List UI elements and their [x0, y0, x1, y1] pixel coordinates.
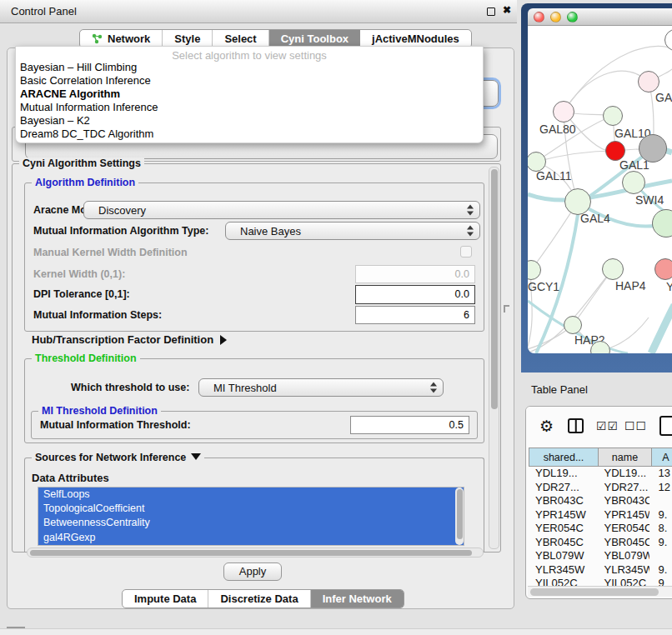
node-y[interactable]	[654, 258, 672, 280]
float-window-icon[interactable]	[487, 8, 495, 16]
spinner-arrows-icon	[430, 382, 437, 393]
node-gal[interactable]	[638, 71, 659, 92]
tab-select[interactable]: Select	[213, 30, 268, 48]
settings-group-title: Cyni Algorithm Settings	[19, 158, 144, 169]
gear-icon[interactable]: ⚙	[539, 417, 554, 436]
node-hap4[interactable]	[602, 258, 624, 280]
close-light-icon[interactable]	[534, 12, 544, 22]
minimize-light-icon[interactable]	[550, 12, 561, 22]
apply-button[interactable]: Apply	[223, 562, 282, 581]
node-label-gal4: GAL4	[580, 212, 610, 225]
node-label-gal: GAL	[655, 91, 672, 104]
column-header-shared[interactable]: shared...	[529, 448, 599, 467]
screen: Control Panel ✖ NetworkStyleSelectCyni T…	[0, 0, 672, 635]
zoom-light-icon[interactable]	[567, 12, 578, 22]
attribute-betweennesscentrality[interactable]: BetweennessCentrality	[38, 516, 464, 530]
spinner-arrows-icon	[467, 205, 474, 216]
table-cell: YER054C	[529, 522, 598, 536]
node-label-gcy1: GCY1	[528, 280, 559, 293]
dropdown-item-dream8-dc-tdc-algorithm[interactable]: Dream8 DC_TDC Algorithm	[16, 128, 483, 141]
tab-network[interactable]: Network	[80, 30, 163, 48]
data-attributes-label: Data Attributes	[32, 472, 109, 484]
table-row[interactable]: YBR043CYBR043C	[529, 494, 672, 508]
sources-group-title[interactable]: Sources for Network Inference	[32, 452, 204, 463]
tab-label: Select	[224, 32, 256, 45]
table-row[interactable]: YDL19...YDL19...13	[529, 467, 672, 481]
dropdown-item-basic-correlation-inference[interactable]: Basic Correlation Inference	[16, 74, 483, 88]
settings-scrollbar[interactable]	[489, 167, 499, 549]
node-swi4[interactable]	[622, 171, 645, 194]
table-rows[interactable]: YDL19...YDL19...13YDR27...YDR27...12YBR0…	[529, 467, 672, 588]
attribute-gal4rgexp[interactable]: gal4RGexp	[38, 531, 464, 545]
manual-kernel-checkbox[interactable]	[460, 246, 472, 258]
table-cell: YPR145W	[529, 508, 598, 522]
table-hscrollbar[interactable]	[528, 586, 672, 597]
tab-cyni-toolbox[interactable]: Cyni Toolbox	[269, 30, 360, 48]
collapsed-arrow-icon	[220, 335, 227, 345]
column-header-a[interactable]: A	[652, 448, 672, 467]
table-cell: YDR27...	[598, 481, 650, 495]
select-all-checkboxes-icon[interactable]: ☑☑	[596, 419, 619, 432]
tab-impute-data[interactable]: Impute Data	[123, 590, 208, 608]
node-gal80[interactable]	[553, 101, 574, 122]
table-cell: YBR043C	[598, 494, 650, 508]
attributes-hscrollbar-thumb[interactable]	[30, 550, 472, 556]
control-panel-titlebar: Control Panel ✖	[0, 0, 517, 23]
attributes-hscrollbar[interactable]	[27, 548, 484, 558]
table-row[interactable]: YBL079WYBL079W	[529, 549, 672, 563]
aracne-mode-value: Discovery	[98, 204, 146, 217]
mi-threshold-field[interactable]: 0.5	[350, 416, 469, 434]
splitter-handle[interactable]	[504, 305, 509, 312]
node-label-swi4: SWI4	[635, 193, 664, 207]
tab-style[interactable]: Style	[163, 30, 213, 48]
tab-discretize-data[interactable]: Discretize Data	[208, 590, 310, 608]
dropdown-item-aracne-algorithm[interactable]: ARACNE Algorithm	[16, 88, 483, 101]
dropdown-item-bayesian-k2[interactable]: Bayesian – K2	[16, 114, 483, 128]
table-row[interactable]: YDR27...YDR27...12	[529, 481, 672, 495]
table-row[interactable]: YLR345WYLR345W9.	[529, 563, 672, 578]
sources-title-text: Sources for Network Inference	[35, 452, 186, 463]
attribute-selfloops[interactable]: SelfLoops	[38, 488, 464, 502]
table-row[interactable]: YBR045CYBR045C9.	[529, 536, 672, 550]
node-label-y: Y	[666, 280, 672, 293]
network-window-titlebar[interactable]	[528, 8, 672, 26]
tab-label: Style	[174, 32, 200, 45]
data-attributes-list[interactable]: SelfLoopsTopologicalCoefficientBetweenne…	[38, 487, 464, 546]
network-canvas[interactable]: GALGAL80GAL10GAL1GAL11SWI4GAL4GCY1HAP4YH…	[528, 26, 672, 353]
tab-jactivemnodules[interactable]: jActiveMNodules	[360, 30, 471, 48]
dropdown-item-bayesian-hill-climbing[interactable]: Bayesian – Hill Climbing	[16, 61, 483, 74]
table-cell: YBR045C	[598, 536, 650, 550]
columns-icon[interactable]	[568, 418, 584, 433]
threshold-definition-title: Threshold Definition	[32, 352, 140, 364]
deselect-all-checkboxes-icon[interactable]: ☐☐	[624, 419, 647, 432]
table-panel-title: Table Panel	[531, 383, 588, 396]
table-hscrollbar-thumb[interactable]	[530, 588, 659, 596]
table-cell: YDR27...	[529, 481, 598, 495]
table-row[interactable]: YER054CYER054C8.	[529, 522, 672, 536]
dpi-tolerance-field[interactable]: 0.0	[355, 285, 475, 304]
table-row[interactable]: YPR145WYPR145W9.	[529, 508, 672, 522]
node-hap2[interactable]	[564, 316, 582, 334]
settings-scrollbar-thumb[interactable]	[491, 169, 498, 409]
node-gal10[interactable]	[603, 106, 623, 126]
hub-definition-toggle[interactable]: Hub/Transcription Factor Definition	[32, 333, 227, 346]
attribute-topologicalcoefficient[interactable]: TopologicalCoefficient	[38, 502, 464, 516]
network-icon	[92, 33, 103, 44]
mi-type-combobox[interactable]: Naive Bayes	[225, 222, 480, 240]
tab-infer-network[interactable]: Infer Network	[311, 590, 404, 608]
mi-threshold-label: Mutual Information Threshold:	[40, 419, 191, 431]
table-mode-icon[interactable]	[659, 416, 672, 436]
mi-steps-field[interactable]: 6	[355, 306, 475, 324]
aracne-mode-combobox[interactable]: Discovery	[83, 201, 480, 219]
which-threshold-combobox[interactable]: MI Threshold	[198, 378, 444, 397]
attributes-scrollbar-thumb[interactable]	[457, 489, 463, 539]
table-cell	[649, 549, 672, 563]
table-cell: 13	[649, 467, 672, 481]
attributes-scrollbar[interactable]	[455, 488, 464, 545]
dropdown-item-mutual-information-inference[interactable]: Mutual Information Inference	[16, 101, 483, 114]
node-unlabeled[interactable]	[639, 134, 667, 162]
kernel-width-field[interactable]: 0.0	[355, 265, 475, 283]
close-icon[interactable]: ✖	[503, 4, 511, 16]
table-cell: YDL19...	[529, 467, 598, 481]
column-header-name[interactable]: name	[599, 448, 652, 467]
